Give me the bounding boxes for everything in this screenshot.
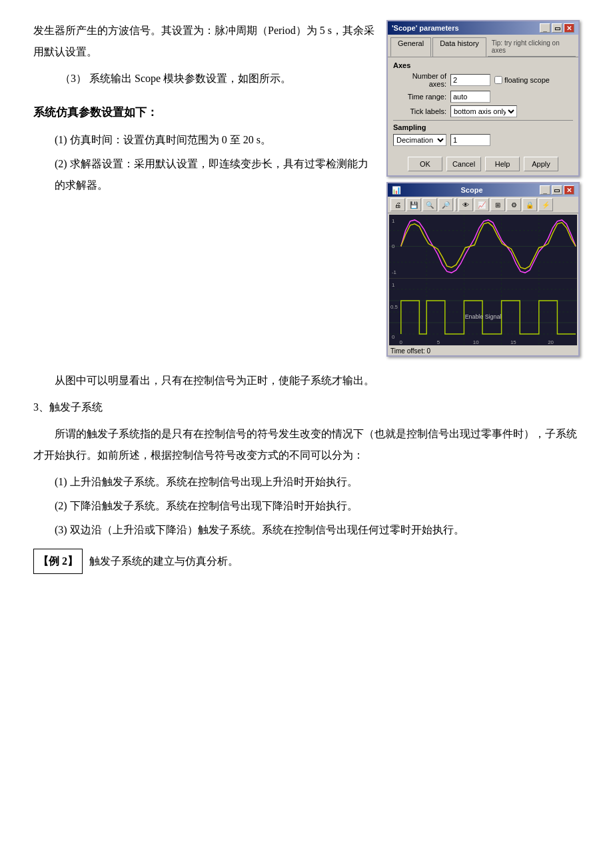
scope-titlebar: 📊 Scope _ ▭ ✕ bbox=[388, 183, 578, 197]
tick-labels-row: Tick labels: bottom axis only bbox=[393, 105, 573, 117]
svg-text:5: 5 bbox=[437, 339, 440, 345]
floating-scope-checkbox[interactable] bbox=[494, 76, 502, 84]
scope-chart-btn[interactable]: 📈 bbox=[474, 198, 489, 211]
scope-binoculars-btn[interactable]: 👁 bbox=[458, 198, 473, 211]
dialog-buttons: OK Cancel Help Apply bbox=[388, 153, 578, 175]
tick-labels-select[interactable]: bottom axis only bbox=[450, 105, 517, 117]
decimation-select[interactable]: Decimation bbox=[393, 134, 446, 146]
scope-restore-button[interactable]: ▭ bbox=[552, 185, 562, 195]
restore-button[interactable]: ▭ bbox=[552, 23, 562, 33]
scope-title-icon: 📊 bbox=[392, 186, 401, 195]
scope-plot: 1 0 -1 bbox=[389, 215, 577, 345]
scope-titlebar-controls: _ ▭ ✕ bbox=[540, 185, 574, 195]
dialog-divider bbox=[393, 120, 573, 121]
sampling-section-label: Sampling bbox=[393, 123, 573, 131]
axes-section-label: Axes bbox=[393, 61, 573, 69]
scope-minimize-button[interactable]: _ bbox=[540, 185, 550, 195]
float-panels: 'Scope' parameters _ ▭ ✕ General Data hi… bbox=[386, 20, 580, 357]
dialog-titlebar: 'Scope' parameters _ ▭ ✕ bbox=[388, 21, 578, 35]
scope-panel2-svg: 1 0.5 0 Enable Signal 0 5 10 15 20 bbox=[389, 279, 577, 345]
svg-text:0: 0 bbox=[392, 334, 395, 340]
help-button[interactable]: Help bbox=[485, 157, 520, 171]
scope-panel1: 1 0 -1 bbox=[389, 215, 577, 279]
svg-text:0.5: 0.5 bbox=[390, 304, 398, 310]
apply-button[interactable]: Apply bbox=[524, 157, 558, 171]
floating-scope-checkbox-label: floating scope bbox=[494, 76, 550, 84]
example-line: 【例 2】 触发子系统的建立与仿真分析。 bbox=[33, 549, 580, 574]
scope-print-btn[interactable]: 🖨 bbox=[390, 198, 405, 211]
svg-text:0: 0 bbox=[400, 339, 403, 345]
example-text: 触发子系统的建立与仿真分析。 bbox=[87, 555, 239, 567]
scope-panel2: 1 0.5 0 Enable Signal 0 5 10 15 20 bbox=[389, 279, 577, 345]
scope-save-btn[interactable]: 💾 bbox=[406, 198, 421, 211]
ok-button[interactable]: OK bbox=[408, 157, 442, 171]
scope-zoom-x-btn[interactable]: 🔎 bbox=[438, 198, 453, 211]
close-button[interactable]: ✕ bbox=[564, 23, 574, 33]
time-offset-value: 0 bbox=[426, 347, 430, 355]
svg-text:1: 1 bbox=[392, 218, 394, 224]
time-range-input[interactable] bbox=[450, 91, 490, 103]
svg-text:20: 20 bbox=[548, 339, 554, 345]
svg-text:10: 10 bbox=[473, 339, 479, 345]
scope-params-dialog: 'Scope' parameters _ ▭ ✕ General Data hi… bbox=[386, 20, 580, 177]
time-range-row: Time range: bbox=[393, 91, 573, 103]
svg-text:Enable Signal: Enable Signal bbox=[465, 313, 502, 320]
section3-title: 3、触发子系统 bbox=[33, 397, 580, 418]
num-axes-label: Number of axes: bbox=[393, 72, 446, 88]
section3-desc: 所谓的触发子系统指的是只有在控制信号的符号发生改变的情况下（也就是控制信号出现过… bbox=[33, 423, 580, 466]
scope-config-btn[interactable]: ⚙ bbox=[506, 198, 521, 211]
svg-text:-1: -1 bbox=[392, 269, 396, 275]
scope-close-button[interactable]: ✕ bbox=[564, 185, 574, 195]
scope-grid-btn[interactable]: ⊞ bbox=[490, 198, 505, 211]
trigger-item-3: (3) 双边沿（上升沿或下降沿）触发子系统。系统在控制信号出现任何过零时开始执行… bbox=[33, 519, 580, 541]
scope-lock-btn[interactable]: 🔒 bbox=[522, 198, 537, 211]
svg-text:1: 1 bbox=[392, 282, 395, 288]
tick-labels-label: Tick labels: bbox=[393, 107, 446, 115]
content-area: 'Scope' parameters _ ▭ ✕ General Data hi… bbox=[33, 20, 580, 574]
scope-window: 📊 Scope _ ▭ ✕ 🖨 💾 🔍 🔎 👁 📈 ⊞ ⚙ 🔒 ⚡ bbox=[386, 182, 580, 357]
time-range-label: Time range: bbox=[393, 93, 446, 101]
svg-text:0: 0 bbox=[392, 243, 395, 249]
scope-toolbar: 🖨 💾 🔍 🔎 👁 📈 ⊞ ⚙ 🔒 ⚡ bbox=[388, 197, 578, 213]
scope-zoom-btn[interactable]: 🔍 bbox=[422, 198, 437, 211]
num-axes-row: Number of axes: floating scope bbox=[393, 72, 573, 88]
tab-data-history[interactable]: Data history bbox=[432, 37, 486, 57]
minimize-button[interactable]: _ bbox=[540, 23, 550, 33]
tab-general[interactable]: General bbox=[390, 37, 431, 57]
decimation-input[interactable] bbox=[450, 134, 490, 146]
sim-param-2-text: (2) 求解器设置：采用默认设置，即连续变步长，具有过零检测能力的求解器。 bbox=[55, 158, 368, 191]
cancel-button[interactable]: Cancel bbox=[446, 157, 481, 171]
scope-title: Scope bbox=[460, 186, 482, 194]
dialog-tip: Tip: try right clicking on axes bbox=[488, 37, 576, 57]
decimation-row: Decimation bbox=[393, 134, 573, 146]
para-desc: 从图中可以明显看出，只有在控制信号为正时，使能子系统才输出。 bbox=[33, 370, 580, 391]
example-label: 【例 2】 bbox=[33, 549, 83, 574]
scope-bottom: Time offset: 0 bbox=[388, 347, 578, 355]
dialog-body: Axes Number of axes: floating scope Time… bbox=[388, 57, 578, 153]
scope-panel1-svg: 1 0 -1 bbox=[389, 215, 577, 278]
trigger-item-2: (2) 下降沿触发子系统。系统在控制信号出现下降沿时开始执行。 bbox=[33, 495, 580, 517]
scope-params-btn[interactable]: ⚡ bbox=[538, 198, 553, 211]
floating-scope-label: floating scope bbox=[504, 76, 550, 84]
svg-text:15: 15 bbox=[510, 339, 516, 345]
dialog-tabs: General Data history Tip: try right clic… bbox=[388, 35, 578, 57]
dialog-title: 'Scope' parameters bbox=[392, 24, 459, 32]
trigger-item-1: (1) 上升沿触发子系统。系统在控制信号出现上升沿时开始执行。 bbox=[33, 471, 580, 493]
dialog-titlebar-controls: _ ▭ ✕ bbox=[540, 23, 574, 33]
num-axes-input[interactable] bbox=[450, 74, 490, 86]
time-offset-label: Time offset: bbox=[390, 347, 425, 355]
scope-zoom-sep bbox=[454, 198, 457, 211]
